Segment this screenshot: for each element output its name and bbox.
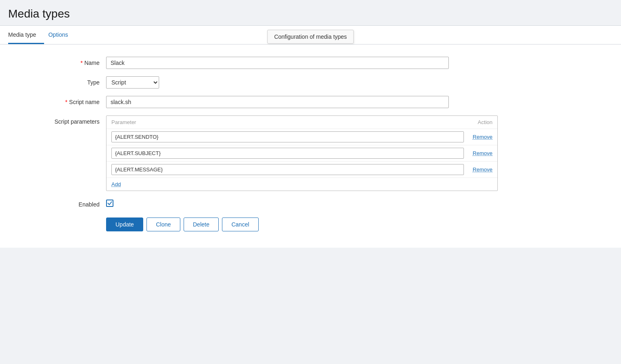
enabled-row: Enabled — [8, 198, 613, 208]
tooltip-box: Configuration of media types — [267, 30, 354, 44]
clone-button[interactable]: Clone — [146, 218, 180, 231]
script-params-label: Script parameters — [8, 115, 106, 125]
name-input[interactable] — [106, 57, 449, 69]
name-row: *Name — [8, 57, 613, 69]
enabled-checkbox[interactable] — [106, 200, 113, 207]
add-param-row: Add — [106, 178, 497, 191]
param-row-1: Remove — [106, 129, 497, 145]
action-col-header: Action — [460, 119, 492, 125]
type-row: Type Script Email SMS Jabber Ez Texting — [8, 76, 613, 89]
remove-button-1[interactable]: Remove — [464, 134, 492, 140]
tab-bar: Media type Options Configuration of medi… — [0, 26, 621, 44]
delete-button[interactable]: Delete — [184, 218, 219, 231]
enabled-checkbox-wrapper — [106, 200, 113, 207]
buttons-row: Update Clone Delete Cancel — [106, 218, 613, 240]
add-param-button[interactable]: Add — [106, 178, 126, 191]
script-params-container: Parameter Action Remove Remove Remove — [106, 115, 498, 191]
required-star-2: * — [65, 99, 67, 105]
main-content: Media type Options Configuration of medi… — [0, 26, 621, 248]
script-params-row: Script parameters Parameter Action Remov… — [8, 115, 613, 191]
tab-options[interactable]: Options — [48, 26, 76, 44]
script-name-row: *Script name — [8, 96, 613, 108]
remove-button-3[interactable]: Remove — [464, 166, 492, 173]
type-select[interactable]: Script Email SMS Jabber Ez Texting — [106, 76, 159, 89]
checkmark-icon — [107, 201, 112, 206]
required-star: * — [80, 60, 82, 66]
page-title: Media types — [8, 7, 613, 20]
update-button[interactable]: Update — [106, 218, 143, 231]
script-name-label: *Script name — [8, 96, 106, 105]
param-row-3: Remove — [106, 162, 497, 178]
tab-media-type[interactable]: Media type — [8, 26, 44, 44]
name-label: *Name — [8, 57, 106, 66]
params-header: Parameter Action — [106, 116, 497, 129]
form-area: *Name Type Script Email SMS Jabber Ez Te… — [0, 44, 621, 248]
page-header: Media types — [0, 0, 621, 26]
remove-button-2[interactable]: Remove — [464, 150, 492, 156]
type-label: Type — [8, 76, 106, 86]
param-col-header: Parameter — [111, 119, 460, 125]
param-input-3[interactable] — [111, 164, 464, 175]
enabled-label: Enabled — [8, 198, 106, 208]
cancel-button[interactable]: Cancel — [222, 218, 259, 231]
param-input-2[interactable] — [111, 148, 464, 159]
param-row-2: Remove — [106, 145, 497, 162]
param-input-1[interactable] — [111, 131, 464, 142]
script-name-input[interactable] — [106, 96, 449, 108]
